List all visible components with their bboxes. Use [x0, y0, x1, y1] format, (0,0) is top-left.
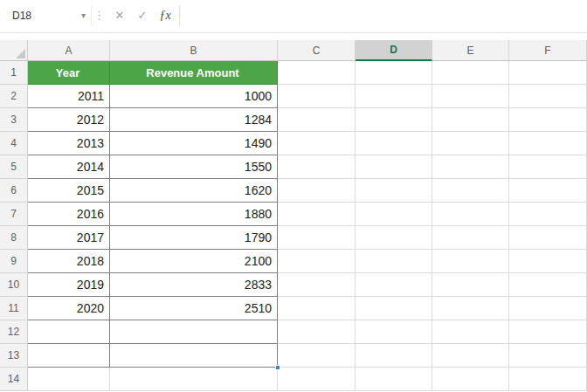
cell-E10[interactable]: [432, 273, 509, 297]
cell-F11[interactable]: [509, 297, 587, 320]
cell-E2[interactable]: [432, 85, 509, 108]
enter-icon[interactable]: ✓: [132, 5, 153, 26]
cell-C7[interactable]: [278, 203, 356, 226]
cell-F8[interactable]: [509, 226, 587, 250]
cell-E8[interactable]: [432, 226, 509, 250]
row-header-9[interactable]: 9: [0, 250, 28, 273]
cell-D11[interactable]: [356, 297, 432, 320]
row-header-3[interactable]: 3: [0, 108, 28, 132]
cell-F13[interactable]: [509, 344, 587, 368]
row-header-2[interactable]: 2: [0, 85, 28, 108]
row-header-14[interactable]: 14: [0, 368, 28, 391]
cell-A5[interactable]: 2014: [28, 155, 110, 179]
cell-F6[interactable]: [509, 179, 587, 203]
row-header-12[interactable]: 12: [0, 320, 28, 344]
cell-B14[interactable]: [110, 368, 278, 391]
cell-D7[interactable]: [356, 203, 432, 226]
insert-function-icon[interactable]: ƒx: [155, 5, 176, 26]
cell-C9[interactable]: [278, 250, 356, 273]
cell-E4[interactable]: [432, 132, 509, 155]
column-header-C[interactable]: C: [278, 40, 356, 61]
cell-C3[interactable]: [278, 108, 356, 132]
cell-D2[interactable]: [356, 85, 432, 108]
cell-D12[interactable]: [356, 320, 432, 344]
cell-D5[interactable]: [356, 155, 432, 179]
cell-C13[interactable]: [278, 344, 356, 368]
cell-E1[interactable]: [432, 61, 509, 85]
cell-C2[interactable]: [278, 85, 356, 108]
cell-D8[interactable]: [356, 226, 432, 250]
row-header-13[interactable]: 13: [0, 344, 28, 368]
cell-A14[interactable]: [28, 368, 110, 391]
cell-D1[interactable]: [356, 61, 432, 85]
cell-B13[interactable]: [110, 344, 278, 368]
cell-D4[interactable]: [356, 132, 432, 155]
cell-A11[interactable]: 2020: [28, 297, 110, 320]
cell-C1[interactable]: [278, 61, 356, 85]
cell-C4[interactable]: [278, 132, 356, 155]
cell-B12[interactable]: [110, 320, 278, 344]
cell-C11[interactable]: [278, 297, 356, 320]
cell-C12[interactable]: [278, 320, 356, 344]
cell-D10[interactable]: [356, 273, 432, 297]
cell-A9[interactable]: 2018: [28, 250, 110, 273]
cancel-icon[interactable]: ✕: [109, 5, 130, 26]
cell-A10[interactable]: 2019: [28, 273, 110, 297]
cell-F14[interactable]: [509, 368, 587, 391]
cell-E12[interactable]: [432, 320, 509, 344]
cell-F9[interactable]: [509, 250, 587, 273]
column-header-D[interactable]: D: [356, 40, 432, 61]
cell-B5[interactable]: 1550: [110, 155, 278, 179]
column-header-A[interactable]: A: [28, 40, 110, 61]
cell-E14[interactable]: [432, 368, 509, 391]
cell-F3[interactable]: [509, 108, 587, 132]
column-header-F[interactable]: F: [509, 40, 587, 61]
cell-E7[interactable]: [432, 203, 509, 226]
cell-B8[interactable]: 1790: [110, 226, 278, 250]
cell-B9[interactable]: 2100: [110, 250, 278, 273]
name-box-dropdown-icon[interactable]: ▾: [79, 10, 87, 20]
row-header-7[interactable]: 7: [0, 203, 28, 226]
cell-D6[interactable]: [356, 179, 432, 203]
cell-C5[interactable]: [278, 155, 356, 179]
row-header-10[interactable]: 10: [0, 273, 28, 297]
cell-A13[interactable]: [28, 344, 110, 368]
cell-D14[interactable]: [356, 368, 432, 391]
cell-A8[interactable]: 2017: [28, 226, 110, 250]
row-header-5[interactable]: 5: [0, 155, 28, 179]
formula-bar-input[interactable]: [180, 5, 582, 26]
cell-B1[interactable]: Revenue Amount: [110, 61, 278, 85]
column-header-E[interactable]: E: [432, 40, 509, 61]
cell-B7[interactable]: 1880: [110, 203, 278, 226]
cell-E6[interactable]: [432, 179, 509, 203]
row-header-6[interactable]: 6: [0, 179, 28, 203]
cell-A4[interactable]: 2013: [28, 132, 110, 155]
cell-B3[interactable]: 1284: [110, 108, 278, 132]
select-all-corner[interactable]: [0, 40, 28, 61]
cell-A1[interactable]: Year: [28, 61, 110, 85]
row-header-8[interactable]: 8: [0, 226, 28, 250]
cell-E13[interactable]: [432, 344, 509, 368]
cell-C8[interactable]: [278, 226, 356, 250]
cell-E9[interactable]: [432, 250, 509, 273]
cell-E3[interactable]: [432, 108, 509, 132]
cell-F1[interactable]: [509, 61, 587, 85]
cell-B6[interactable]: 1620: [110, 179, 278, 203]
cell-F12[interactable]: [509, 320, 587, 344]
cell-F2[interactable]: [509, 85, 587, 108]
row-header-1[interactable]: 1: [0, 61, 28, 85]
column-header-B[interactable]: B: [110, 40, 278, 61]
cell-E11[interactable]: [432, 297, 509, 320]
cell-D13[interactable]: [356, 344, 432, 368]
cell-C14[interactable]: [278, 368, 356, 391]
cell-B10[interactable]: 2833: [110, 273, 278, 297]
row-header-4[interactable]: 4: [0, 132, 28, 155]
cell-B2[interactable]: 1000: [110, 85, 278, 108]
row-header-11[interactable]: 11: [0, 297, 28, 320]
cell-A3[interactable]: 2012: [28, 108, 110, 132]
cell-B4[interactable]: 1490: [110, 132, 278, 155]
cell-C6[interactable]: [278, 179, 356, 203]
cell-A12[interactable]: [28, 320, 110, 344]
name-box[interactable]: D18 ▾: [7, 5, 91, 26]
cell-F4[interactable]: [509, 132, 587, 155]
